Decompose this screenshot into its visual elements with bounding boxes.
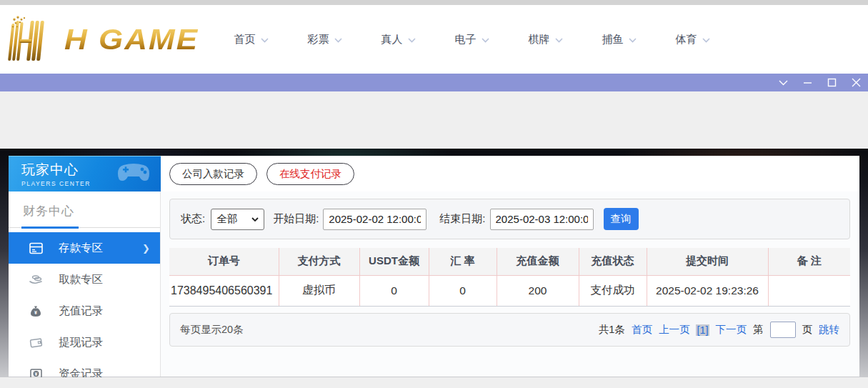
col-recharge-amount: 充值金额	[497, 248, 579, 275]
svg-text:¥: ¥	[34, 310, 37, 315]
minimize-icon[interactable]	[803, 78, 812, 87]
filter-bar: 状态: 全部 开始日期: 结束日期: 查询	[169, 199, 850, 239]
cell-exchange-rate: 0	[429, 275, 497, 306]
bottom-strip	[0, 377, 868, 388]
col-remarks: 备 注	[768, 248, 850, 275]
site-header: H GAME 首页 彩票 真人 电子 棋牌	[0, 5, 868, 74]
cell-recharge-amount: 200	[497, 275, 579, 306]
current-page: [1]	[696, 324, 709, 336]
cell-order-number: 1738495406560391	[169, 275, 279, 306]
sidebar-item-label: 存款专区	[59, 241, 103, 256]
col-exchange-rate: 汇 率	[429, 248, 497, 275]
pagination-controls: 共1条 首页 上一页 [1] 下一页 第 页 跳转	[599, 322, 839, 338]
sidebar-item-label: 取款专区	[59, 272, 103, 287]
nav-item-fishing[interactable]: 捕鱼	[582, 5, 656, 74]
tab-online-payment-records[interactable]: 在线支付记录	[266, 163, 354, 185]
status-label: 状态:	[181, 212, 205, 226]
table-row: 1738495406560391 虚拟币 0 0 200 支付成功 2025-0…	[169, 275, 850, 306]
money-bag-icon: ¥	[29, 305, 43, 317]
cell-recharge-status: 支付成功	[579, 275, 647, 306]
prev-page-link[interactable]: 上一页	[659, 323, 690, 337]
app-window: H GAME 首页 彩票 真人 电子 棋牌	[0, 0, 868, 388]
sidebar-item-label: 充值记录	[59, 304, 103, 319]
col-usdt-amount: USDT金额	[359, 248, 429, 275]
gamepad-icon	[116, 161, 151, 185]
sidebar-item-withdrawal-records[interactable]: 提现记录	[9, 327, 160, 358]
cell-remarks	[768, 275, 850, 306]
record-tabs: 公司入款记录 在线支付记录	[161, 156, 859, 191]
sidebar-item-withdraw[interactable]: 取款专区	[9, 264, 160, 295]
col-payment-method: 支付方式	[279, 248, 359, 275]
section-divider	[9, 227, 160, 229]
cell-submit-time: 2025-02-02 19:23:26	[647, 275, 768, 306]
sidebar-item-label: 提现记录	[59, 335, 103, 350]
sidebar-item-recharge-records[interactable]: ¥ 充值记录	[9, 295, 160, 327]
svg-text:¥: ¥	[34, 372, 37, 377]
start-date-input[interactable]	[323, 209, 426, 230]
chevron-down-icon	[251, 217, 259, 222]
cell-payment-method: 虚拟币	[279, 275, 359, 306]
chevron-down-icon	[702, 38, 710, 43]
status-select[interactable]: 全部	[211, 209, 264, 230]
chevron-down-icon	[408, 38, 416, 43]
chevron-down-icon	[261, 38, 269, 43]
jump-suffix-label: 页	[802, 323, 813, 337]
chevron-right-icon: ❯	[142, 243, 150, 254]
nav-item-live[interactable]: 真人	[361, 5, 435, 74]
jump-prefix-label: 第	[753, 323, 764, 337]
first-page-link[interactable]: 首页	[632, 323, 652, 337]
start-date-label: 开始日期:	[273, 212, 319, 226]
end-date-input[interactable]	[490, 209, 594, 230]
nav-item-slots[interactable]: 电子	[435, 5, 509, 74]
chevron-down-icon	[482, 38, 489, 43]
pagination-bar: 每页显示20条 共1条 首页 上一页 [1] 下一页 第 页 跳转	[169, 313, 850, 347]
wallet-icon	[29, 337, 43, 348]
tab-company-deposit-records[interactable]: 公司入款记录	[169, 163, 257, 185]
deposit-card-icon	[29, 242, 43, 254]
table-header-row: 订单号 支付方式 USDT金额 汇 率 充值金额 充值状态 提交时间 备 注	[169, 248, 850, 275]
player-center-panel: 玩家中心 PLAYERS CENTER 财务中心 存款专区 ❯	[9, 156, 859, 377]
query-button[interactable]: 查询	[604, 208, 639, 230]
col-submit-time: 提交时间	[647, 248, 768, 275]
sidebar: 玩家中心 PLAYERS CENTER 财务中心 存款专区 ❯	[9, 156, 161, 377]
next-page-link[interactable]: 下一页	[716, 323, 747, 337]
logo-text: H GAME	[64, 23, 199, 56]
withdraw-hand-icon	[29, 274, 43, 285]
maximize-icon[interactable]	[827, 78, 837, 87]
sidebar-banner: 玩家中心 PLAYERS CENTER	[9, 156, 161, 191]
end-date-label: 结束日期:	[439, 212, 485, 226]
cell-usdt-amount: 0	[359, 275, 429, 306]
jump-button[interactable]: 跳转	[819, 323, 839, 337]
logo-mark	[7, 14, 63, 65]
chevron-down-icon	[334, 38, 342, 43]
total-count: 共1条	[599, 323, 625, 337]
main-nav: 首页 彩票 真人 电子 棋牌 捕鱼	[214, 5, 729, 74]
page-size-text: 每页显示20条	[180, 323, 244, 337]
records-table: 订单号 支付方式 USDT金额 汇 率 充值金额 充值状态 提交时间 备 注 1…	[169, 248, 850, 307]
chevron-down-icon[interactable]	[779, 78, 788, 87]
sidebar-item-deposit[interactable]: 存款专区 ❯	[9, 232, 160, 264]
sidebar-menu: 存款专区 ❯ 取款专区 ¥ 充值记录	[9, 232, 160, 388]
sidebar-section-title: 财务中心	[23, 203, 160, 219]
page-jump-input[interactable]	[770, 322, 796, 338]
content-area: 公司入款记录 在线支付记录 状态: 全部 开始日期: 结束日期: 查询	[161, 156, 859, 377]
chevron-down-icon	[555, 38, 563, 43]
nav-item-chess[interactable]: 棋牌	[509, 5, 582, 74]
nav-item-home[interactable]: 首页	[214, 5, 288, 74]
col-recharge-status: 充值状态	[579, 248, 647, 275]
site-logo[interactable]: H GAME	[7, 14, 199, 65]
col-order-number: 订单号	[169, 248, 279, 275]
empty-client-area	[0, 91, 868, 150]
nav-item-lottery[interactable]: 彩票	[288, 5, 361, 74]
top-strip	[0, 0, 868, 5]
chevron-down-icon	[629, 38, 637, 43]
close-icon[interactable]	[852, 78, 861, 87]
window-titlebar	[0, 74, 868, 91]
nav-item-sports[interactable]: 体育	[656, 5, 729, 74]
